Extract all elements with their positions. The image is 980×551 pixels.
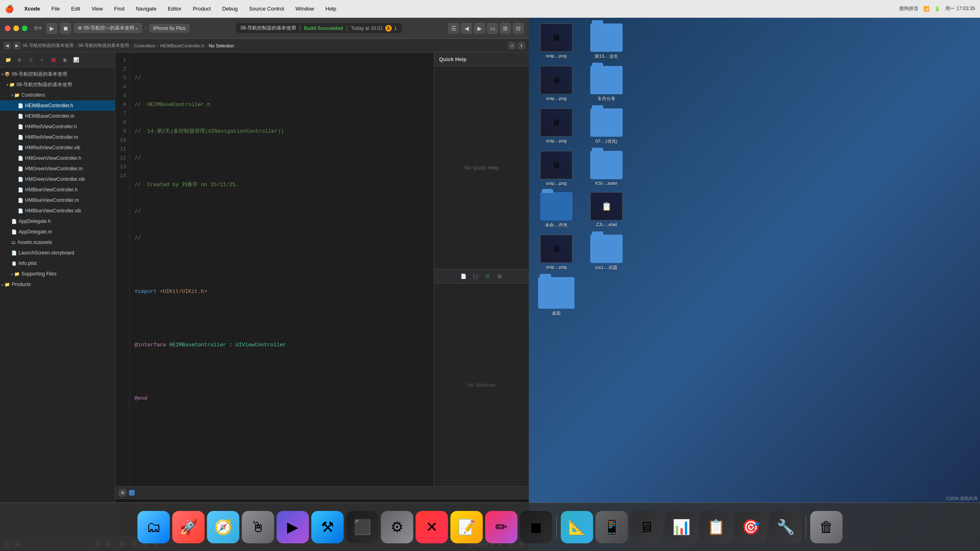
qh-grid-icon[interactable]: ⊞ xyxy=(495,272,504,281)
fullscreen-button[interactable] xyxy=(22,25,27,31)
tree-appdelegate-m[interactable]: 📄 AppDelegate.m xyxy=(0,227,115,237)
forward-button[interactable]: ▶ xyxy=(474,23,485,34)
breadcrumb-part3[interactable]: Controllers xyxy=(134,43,155,48)
dock-item-app5[interactable]: 🔧 xyxy=(769,511,802,543)
qh-braces-icon[interactable]: { } xyxy=(471,272,480,281)
nav-icon-folder[interactable]: 📁 xyxy=(3,55,13,65)
code-editor[interactable]: 1 2 3 4 5 6 7 8 9 10 11 12 13 xyxy=(115,53,434,486)
menu-file[interactable]: File xyxy=(49,5,62,13)
code-area[interactable]: 1 2 3 4 5 6 7 8 9 10 11 12 13 xyxy=(115,53,434,486)
dock-xcode[interactable]: ⚒ xyxy=(311,511,344,543)
menu-view[interactable]: View xyxy=(89,5,105,13)
breadcrumb-part4[interactable]: HEIMBaseController.h xyxy=(160,43,204,48)
dock-pencil[interactable]: ✏ xyxy=(485,511,517,543)
breadcrumb-nav-back[interactable]: ◀ xyxy=(3,42,11,50)
back-button[interactable]: ◀ xyxy=(461,23,472,34)
layout-btn3[interactable]: ⊟ xyxy=(513,23,524,34)
tree-controllers[interactable]: ▾ 📁 Controllers xyxy=(0,90,115,100)
desktop-icon-snip4[interactable]: 🖥 snip....png xyxy=(532,148,581,188)
tree-products[interactable]: ▸ 📁 Products xyxy=(0,279,115,290)
dock-item-app3[interactable]: 📋 xyxy=(700,511,732,543)
menu-product[interactable]: Product xyxy=(190,5,213,13)
nav-icon-bp[interactable]: ◉ xyxy=(60,55,70,65)
tree-hmgreen-xib[interactable]: 📄 HMGreenViewController.xib xyxy=(0,174,115,184)
tree-hmblue-xib[interactable]: 📄 HMBlueViewController.xib xyxy=(0,206,115,216)
desktop-icon-detail[interactable]: 📋 ZJL-...etail xyxy=(582,190,631,231)
tree-supporting[interactable]: ▸ 📁 Supporting Files xyxy=(0,269,115,279)
menu-source-control[interactable]: Source Control xyxy=(247,5,287,13)
desktop-icon-snip1[interactable]: 🖥 snip....png xyxy=(532,21,581,62)
dock-gitbar[interactable]: ◼ xyxy=(520,511,552,543)
code-content[interactable]: // // HEIMBaseController.h // 14-第2天(多控制… xyxy=(130,53,434,486)
desktop-icon-folder1[interactable]: 第13-...业生 xyxy=(582,21,631,62)
breadcrumb-part1[interactable]: 06-导航控制器的基本使用 xyxy=(23,42,74,49)
tree-hmgreen-h[interactable]: 📄 HMGreenViewController.h xyxy=(0,153,115,163)
dock-safari[interactable]: 🧭 xyxy=(207,511,239,543)
tree-launchscreen[interactable]: 📄 LaunchScreen.storyboard xyxy=(0,248,115,258)
menu-debug[interactable]: Debug xyxy=(220,5,240,13)
layout-btn2[interactable]: ⊞ xyxy=(500,23,511,34)
tree-hmred-xib[interactable]: 📄 HMRedViewController.xib xyxy=(0,142,115,153)
tree-infoplist[interactable]: 📋 Info.plist xyxy=(0,258,115,269)
menu-editor[interactable]: Editor xyxy=(165,5,184,13)
desktop-icon-folder3[interactable]: 07-...(优化) xyxy=(582,106,631,147)
nav-icon-report[interactable]: 📊 xyxy=(71,55,81,65)
menu-window[interactable]: Window xyxy=(293,5,317,13)
dock-item-app1[interactable]: 🖥 xyxy=(630,511,663,543)
desktop-icon-folder5[interactable]: 未命-...件夹 xyxy=(532,190,581,231)
menu-find[interactable]: Find xyxy=(112,5,127,13)
desktop-icon-snip2[interactable]: 🖥 snip....png xyxy=(532,64,581,104)
dock-mindnode[interactable]: ✕ xyxy=(416,511,448,543)
desktop-icon-desktop[interactable]: 桌面 xyxy=(532,275,581,319)
run-button[interactable]: ▶ xyxy=(46,23,57,34)
tree-appdelegate-h[interactable]: 📄 AppDelegate.h xyxy=(0,216,115,227)
menu-navigate[interactable]: Navigate xyxy=(133,5,159,13)
close-button[interactable] xyxy=(5,25,11,31)
dock-launchpad[interactable]: 🚀 xyxy=(172,511,205,543)
desktop-icon-snip3[interactable]: 🖥 snip....png xyxy=(532,106,581,147)
stop-button[interactable]: ⏹ xyxy=(60,23,71,34)
dock-terminal[interactable]: ⬛ xyxy=(346,511,378,543)
tree-heim-h[interactable]: 📄 HEIMBaseController.h xyxy=(0,100,115,111)
tree-hmred-h[interactable]: 📄 HMRedViewController.h xyxy=(0,121,115,132)
desktop-icon-folder2[interactable]: 车丹分享 xyxy=(582,64,631,104)
dock-item-app4[interactable]: 🎯 xyxy=(735,511,767,543)
tree-root[interactable]: ▾ 📦 06-导航控制器的基本使用 xyxy=(0,69,115,79)
desktop-icon-folder4[interactable]: KSI-...aster xyxy=(582,148,631,188)
qh-file-icon[interactable]: 📄 xyxy=(459,272,468,281)
tree-heim-m[interactable]: 📄 HEIMBaseController.m xyxy=(0,111,115,121)
layout-btn1[interactable]: ▭ xyxy=(487,23,498,34)
scheme-selector[interactable]: ⚒ 06-导航控---的基本使用 ▸ xyxy=(74,23,142,33)
navigator-toggle[interactable]: ☰ xyxy=(448,23,459,34)
warning-btn[interactable]: ⚠ xyxy=(508,42,516,50)
apple-menu[interactable]: 🍎 xyxy=(5,4,14,13)
qh-circle-icon[interactable]: ⊙ xyxy=(483,272,492,281)
menu-help[interactable]: Help xyxy=(323,5,339,13)
nav-icon-test[interactable]: ✓ xyxy=(37,55,47,65)
menu-xcode[interactable]: Xcode xyxy=(22,5,42,13)
breadcrumb-part2[interactable]: 06-导航控制器的基本使用 xyxy=(78,42,129,49)
tree-assets[interactable]: 🗂 Assets.xcassets xyxy=(0,237,115,248)
info-btn[interactable]: ℹ xyxy=(517,42,526,50)
debug-toggle-btn[interactable]: ⊞ xyxy=(118,489,127,497)
tree-subroot[interactable]: ▾ 📁 06-导航控制器的基本使用 xyxy=(0,79,115,90)
dock-quicktime[interactable]: ▶ xyxy=(277,511,309,543)
nav-icon-debug[interactable]: 🐞 xyxy=(49,55,58,65)
nav-icon-vcs[interactable]: ⊕ xyxy=(15,55,24,65)
dock-trash[interactable]: 🗑 xyxy=(810,511,843,543)
tree-hmgreen-m[interactable]: 📄 HMGreenViewController.m xyxy=(0,163,115,174)
dock-notes[interactable]: 📝 xyxy=(450,511,483,543)
tree-hmblue-h[interactable]: 📄 HMBlueViewController.h xyxy=(0,184,115,195)
dock-mouse[interactable]: 🖱 xyxy=(242,511,274,543)
tree-hmblue-m[interactable]: 📄 HMBlueViewController.m xyxy=(0,195,115,206)
dock-finder[interactable]: 🗂 xyxy=(137,511,170,543)
dock-pp[interactable]: 📱 xyxy=(596,511,628,543)
device-selector[interactable]: iPhone 6s Plus xyxy=(149,24,190,33)
minimize-button[interactable] xyxy=(13,25,19,31)
dock-sysprefs[interactable]: ⚙ xyxy=(381,511,413,543)
dock-item-app2[interactable]: 📊 xyxy=(665,511,697,543)
desktop-icon-snip5[interactable]: 🖥 snip....png xyxy=(532,232,581,273)
dock-dash[interactable]: 📐 xyxy=(561,511,593,543)
breadcrumb-nav-forward[interactable]: ▶ xyxy=(13,42,21,50)
tree-hmred-m[interactable]: 📄 HMRedViewController.m xyxy=(0,132,115,142)
